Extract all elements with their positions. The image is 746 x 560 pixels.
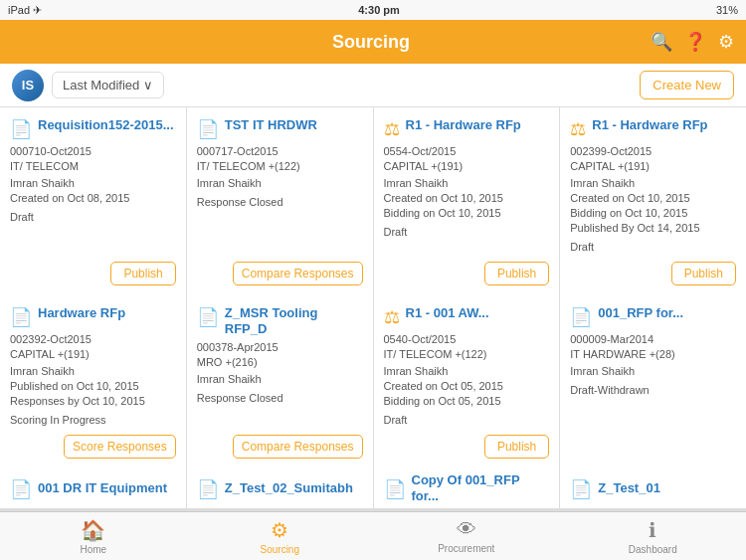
status-time: 4:30 pm (358, 4, 400, 16)
card-author: Imran Shaikh (197, 177, 363, 189)
card-status: Response Closed (197, 196, 363, 208)
tab-procurement[interactable]: 👁 Procurement (373, 512, 560, 560)
tab-icon-sourcing: ⚙ (271, 518, 288, 542)
compare-button[interactable]: Compare Responses (233, 435, 363, 459)
publish-button[interactable]: Publish (110, 262, 175, 285)
tab-bar: 🏠 Home ⚙ Sourcing 👁 Procurement ℹ Dashbo… (0, 511, 746, 560)
publish-button[interactable]: Publish (484, 435, 549, 459)
card-dept: CAPITAL +(191) (384, 160, 550, 172)
card-author: Imran Shaikh (197, 373, 363, 385)
bottom-row: 📄001 DR IT Equipment📄Z_Test_02_Sumitabh📄… (0, 468, 746, 508)
card-title: Hardware RFp (38, 305, 125, 321)
card-title: Z_Test_01 (598, 480, 660, 496)
card-title-row: 📄 Z_MSR Tooling RFP_D (197, 305, 363, 336)
card-id: 0554-Oct/2015 (384, 145, 550, 157)
card-date2: Bidding on Oct 10, 2015 (384, 207, 550, 219)
card-status: Draft (384, 226, 550, 238)
card-card2: 📄 TST IT HRDWR 000717-Oct2015 IT/ TELECO… (187, 107, 373, 295)
card-title: Requisition152-2015... (38, 117, 174, 133)
content-area: 📄 Requisition152-2015... 000710-Oct2015 … (0, 107, 746, 511)
doc-icon: 📄 (570, 478, 592, 500)
partial-card: 📄Copy Of 001_RFP for... (374, 468, 560, 508)
card-id: 002399-Oct2015 (570, 145, 736, 157)
settings-icon[interactable]: ⚙ (718, 31, 734, 53)
partial-card: 📄001 DR IT Equipment (0, 468, 186, 508)
sort-label: Last Modified (63, 78, 139, 93)
ipad-label: iPad ✈ (8, 4, 42, 17)
tab-sourcing[interactable]: ⚙ Sourcing (187, 512, 374, 560)
tab-icon-procurement: 👁 (457, 518, 476, 541)
score-button[interactable]: Score Responses (64, 435, 176, 459)
card-status: Draft (10, 211, 176, 223)
card-author: Imran Shaikh (384, 177, 550, 189)
card-dept: CAPITAL +(191) (10, 348, 176, 360)
card-status: Scoring In Progress (10, 414, 176, 426)
publish-button[interactable]: Publish (671, 262, 736, 285)
card-title-row: 📄 TST IT HRDWR (197, 117, 363, 140)
card-card5: 📄 Hardware RFp 002392-Oct2015 CAPITAL +(… (0, 295, 186, 468)
card-status: Draft (570, 241, 736, 253)
gavel-icon: ⚖ (570, 118, 586, 140)
status-left: iPad ✈ (8, 4, 42, 17)
search-icon[interactable]: 🔍 (651, 31, 672, 53)
card-id: 0540-Oct/2015 (384, 333, 550, 345)
doc-icon: 📄 (570, 306, 592, 328)
card-id: 000710-Oct2015 (10, 145, 176, 157)
card-status: Draft (384, 414, 550, 426)
cards-grid-row1: 📄 Requisition152-2015... 000710-Oct2015 … (0, 107, 746, 295)
card-id: 000009-Mar2014 (570, 333, 736, 345)
doc-icon: 📄 (197, 118, 219, 140)
doc-icon: 📄 (197, 478, 219, 500)
card-title-row: 📄 Hardware RFp (10, 305, 176, 328)
card-dept: IT/ TELECOM +(122) (197, 160, 363, 172)
card-title-row: 📄 Requisition152-2015... (10, 117, 176, 140)
card-title-row: ⚖ R1 - Hardware RFp (570, 117, 736, 140)
card-date1: Published on Oct 10, 2015 (10, 380, 176, 392)
sort-button[interactable]: Last Modified ∨ (52, 72, 164, 98)
card-date1: Created on Oct 08, 2015 (10, 192, 176, 204)
card-card1: 📄 Requisition152-2015... 000710-Oct2015 … (0, 107, 186, 295)
card-dept: IT/ TELECOM (10, 160, 176, 172)
doc-icon: 📄 (384, 478, 406, 500)
battery-level: 31% (716, 4, 738, 16)
help-icon[interactable]: ❓ (684, 31, 706, 53)
card-id: 002392-Oct2015 (10, 333, 176, 345)
create-new-button[interactable]: Create New (640, 71, 734, 99)
card-author: Imran Shaikh (384, 365, 550, 377)
card-title: R1 - Hardware RFp (406, 117, 521, 133)
card-card7: ⚖ R1 - 001 AW... 0540-Oct/2015 IT/ TELEC… (374, 295, 560, 468)
card-author: Imran Shaikh (10, 365, 176, 377)
compare-button[interactable]: Compare Responses (233, 262, 363, 285)
doc-icon: 📄 (10, 478, 32, 500)
card-author: Imran Shaikh (570, 177, 736, 189)
card-id: 000717-Oct2015 (197, 145, 363, 157)
card-title: Z_Test_02_Sumitabh (225, 480, 353, 496)
card-id: 000378-Apr2015 (197, 341, 363, 353)
gavel-icon: ⚖ (384, 306, 400, 328)
tab-dashboard[interactable]: ℹ Dashboard (560, 512, 747, 560)
card-card6: 📄 Z_MSR Tooling RFP_D 000378-Apr2015 MRO… (187, 295, 373, 468)
card-author: Imran Shaikh (10, 177, 176, 189)
card-title: R1 - 001 AW... (406, 305, 489, 321)
partial-card: 📄Z_Test_02_Sumitabh (187, 468, 373, 508)
card-title-row: 📄 001_RFP for... (570, 305, 736, 328)
card-status: Response Closed (197, 392, 363, 404)
tab-home[interactable]: 🏠 Home (0, 512, 187, 560)
tab-label-procurement: Procurement (438, 543, 494, 554)
gavel-icon: ⚖ (384, 118, 400, 140)
card-title: 001 DR IT Equipment (38, 480, 167, 496)
tab-icon-dashboard: ℹ (649, 518, 656, 542)
card-dept: MRO +(216) (197, 356, 363, 368)
card-title-row: ⚖ R1 - 001 AW... (384, 305, 550, 328)
header-icons: 🔍 ❓ ⚙ (651, 31, 734, 53)
tab-label-dashboard: Dashboard (629, 544, 677, 555)
card-date2: Responses by Oct 10, 2015 (10, 395, 176, 407)
toolbar: IS Last Modified ∨ Create New (0, 64, 746, 107)
card-dept: IT HARDWARE +(28) (570, 348, 736, 360)
cards-grid-row2: 📄 Hardware RFp 002392-Oct2015 CAPITAL +(… (0, 295, 746, 468)
doc-icon: 📄 (197, 306, 219, 328)
card-dept: CAPITAL +(191) (570, 160, 736, 172)
publish-button[interactable]: Publish (484, 262, 549, 285)
card-status: Draft-Withdrawn (570, 384, 736, 396)
card-author: Imran Shaikh (570, 365, 736, 377)
